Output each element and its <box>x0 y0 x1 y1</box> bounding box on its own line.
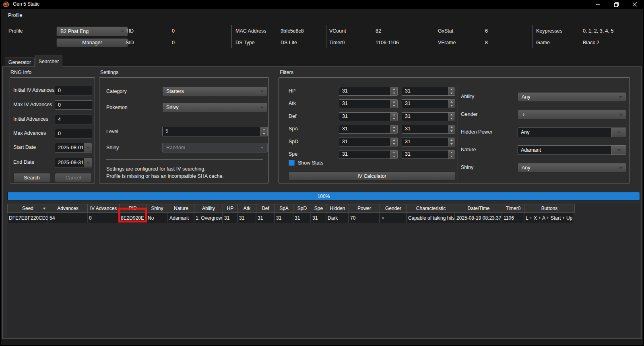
iv-max-spinner-atk[interactable]: 31 <box>402 99 455 108</box>
rng-input-end-date[interactable]: 2025-08-31 <box>55 158 92 167</box>
column-header-hp[interactable]: HP <box>223 204 238 212</box>
spin-down-icon[interactable] <box>448 154 455 159</box>
cell-seed[interactable]: DFE7EBF220CD3FB3 <box>7 213 48 223</box>
spin-down-icon[interactable] <box>391 154 397 159</box>
column-header-seed[interactable]: Seed <box>8 204 48 212</box>
spin-down-icon[interactable] <box>448 129 455 133</box>
column-header-ability[interactable]: Ability <box>194 204 223 212</box>
iv-max-spinner-hp[interactable]: 31 <box>402 87 455 96</box>
cell-timer0[interactable]: 1106 <box>502 213 524 223</box>
pokemon-select[interactable]: Snivy <box>162 103 268 112</box>
cell-iv-advances[interactable]: 0 <box>87 213 119 223</box>
filter-select-gender[interactable]: ♀ <box>518 110 626 119</box>
cell-def[interactable]: 31 <box>256 213 275 223</box>
column-header-spa[interactable]: SpA <box>275 204 293 212</box>
close-button[interactable] <box>625 0 644 9</box>
cell-hidden[interactable]: Dark <box>326 213 349 223</box>
spin-up-icon[interactable] <box>391 87 397 91</box>
tab-generator[interactable]: Generator <box>5 58 35 66</box>
spin-up-icon[interactable] <box>448 150 455 154</box>
column-header-spd[interactable]: SpD <box>293 204 311 212</box>
spin-up-icon[interactable] <box>448 138 455 142</box>
spin-up-icon[interactable] <box>261 127 267 132</box>
date-dropdown-button[interactable] <box>84 158 92 167</box>
cancel-button[interactable]: Cancel <box>55 173 92 182</box>
spin-up-icon[interactable] <box>448 125 455 129</box>
rng-input-max-iv-advances[interactable]: 0 <box>55 100 92 110</box>
rng-input-initial-iv-advances[interactable]: 0 <box>55 86 92 95</box>
spin-down-icon[interactable] <box>448 91 455 95</box>
combo-dropdown-button[interactable] <box>611 146 626 154</box>
search-button[interactable]: Search <box>13 173 50 182</box>
cell-gender[interactable]: ♀ <box>380 213 407 223</box>
column-header-characteristic[interactable]: Characteristic <box>407 204 455 212</box>
cell-spa[interactable]: 31 <box>275 213 293 223</box>
cell-atk[interactable]: 31 <box>237 213 256 223</box>
spin-down-icon[interactable] <box>391 91 397 95</box>
iv-min-spinner-atk[interactable]: 31 <box>339 99 398 108</box>
column-header-buttons[interactable]: Buttons <box>524 204 574 212</box>
spin-up-icon[interactable] <box>391 138 397 142</box>
column-header-hidden[interactable]: Hidden <box>326 204 349 212</box>
iv-max-spinner-def[interactable]: 31 <box>402 112 455 121</box>
column-header-nature[interactable]: Nature <box>168 204 194 212</box>
cell-date-time[interactable]: 2025-08-19 08:23:37 <box>455 213 502 223</box>
iv-min-spinner-hp[interactable]: 31 <box>339 87 398 96</box>
menu-profile[interactable]: Profile <box>6 12 25 19</box>
cell-power[interactable]: 70 <box>349 213 380 223</box>
spin-up-icon[interactable] <box>391 100 397 104</box>
spin-up-icon[interactable] <box>391 113 397 117</box>
spin-down-icon[interactable] <box>391 117 397 121</box>
column-header-atk[interactable]: Atk <box>238 204 256 212</box>
level-spinner[interactable]: 5 <box>162 127 268 136</box>
spin-down-icon[interactable] <box>448 142 455 146</box>
column-header-spe[interactable]: Spe <box>311 204 326 212</box>
cell-characteristic[interactable]: Capable of taking hits <box>407 213 455 223</box>
cell-spd[interactable]: 31 <box>293 213 311 223</box>
cell-spe[interactable]: 31 <box>311 213 326 223</box>
filter-select-nature[interactable]: Adamant <box>518 145 626 155</box>
column-header-gender[interactable]: Gender <box>380 204 407 212</box>
cell-hp[interactable]: 31 <box>223 213 237 223</box>
cell-shiny[interactable]: No <box>146 213 168 223</box>
cell-buttons[interactable]: L + X + A + Start + Up <box>524 213 574 223</box>
spin-down-icon[interactable] <box>391 129 397 133</box>
column-header-iv-advances[interactable]: IV Advances <box>88 204 120 212</box>
tab-searcher[interactable]: Searcher <box>35 56 62 67</box>
spin-up-icon[interactable] <box>448 87 455 91</box>
iv-min-spinner-spe[interactable]: 31 <box>339 150 398 159</box>
filter-select-shiny[interactable]: Any <box>518 163 626 173</box>
spin-down-icon[interactable] <box>448 104 455 108</box>
combo-dropdown-button[interactable] <box>611 128 626 137</box>
iv-max-spinner-spa[interactable]: 31 <box>402 125 455 134</box>
spin-up-icon[interactable] <box>448 113 455 117</box>
spin-down-icon[interactable] <box>448 117 455 121</box>
manager-button[interactable]: Manager <box>56 38 128 47</box>
profile-select[interactable]: B2 Phat Eng <box>56 27 128 36</box>
date-dropdown-button[interactable] <box>84 143 92 152</box>
iv-min-spinner-spa[interactable]: 31 <box>339 125 398 134</box>
iv-max-spinner-spd[interactable]: 31 <box>402 138 455 146</box>
cell-advances[interactable]: 54 <box>48 213 87 223</box>
spin-down-icon[interactable] <box>391 104 397 108</box>
iv-min-spinner-def[interactable]: 31 <box>339 112 398 121</box>
iv-min-spinner-spd[interactable]: 31 <box>339 138 398 146</box>
spin-up-icon[interactable] <box>391 150 397 154</box>
spin-up-icon[interactable] <box>391 125 397 129</box>
spin-up-icon[interactable] <box>448 100 455 104</box>
spin-down-icon[interactable] <box>391 142 397 146</box>
filter-select-hidden-power[interactable]: Any <box>518 128 626 137</box>
column-header-shiny[interactable]: Shiny <box>147 204 168 212</box>
column-header-power[interactable]: Power <box>349 204 380 212</box>
cell-ability[interactable]: 1: Overgrow <box>194 213 223 223</box>
iv-calculator-button[interactable]: IV Calculator <box>289 171 455 181</box>
rng-input-start-date[interactable]: 2025-08-01 <box>55 143 92 152</box>
maximize-button[interactable] <box>607 0 625 9</box>
column-header-timer0[interactable]: Timer0 <box>502 204 524 212</box>
show-stats-checkbox[interactable] <box>289 160 295 166</box>
rng-input-initial-advances[interactable]: 4 <box>55 115 92 124</box>
category-select[interactable]: Starters <box>162 86 268 96</box>
column-header-advances[interactable]: Advances <box>48 204 88 212</box>
filter-select-ability[interactable]: Any <box>518 92 626 102</box>
cell-nature[interactable]: Adamant <box>168 213 194 223</box>
